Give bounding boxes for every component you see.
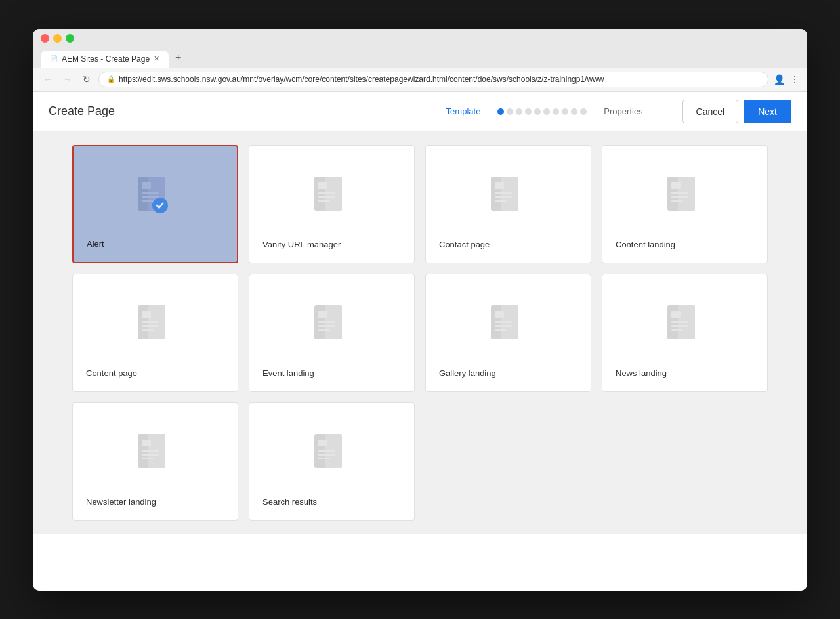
gallery-landing-template-icon — [486, 301, 532, 347]
template-label-search-results: Search results — [262, 497, 317, 507]
close-button[interactable] — [41, 34, 49, 43]
svg-rect-36 — [318, 329, 330, 331]
page-header: Create Page Template Properties — [33, 92, 807, 132]
svg-rect-11 — [318, 196, 335, 198]
template-label-contact: Contact page — [439, 240, 490, 249]
templates-grid: Alert Vanity URL manager — [33, 132, 807, 534]
step-dot-6 — [543, 108, 550, 115]
svg-rect-16 — [495, 192, 512, 194]
step-dot-5 — [534, 108, 541, 115]
contact-template-icon — [486, 173, 532, 219]
template-card-content-landing[interactable]: Content landing — [602, 145, 768, 263]
svg-rect-40 — [495, 321, 512, 323]
maximize-button[interactable] — [66, 34, 74, 43]
svg-rect-51 — [142, 440, 151, 446]
svg-rect-28 — [142, 321, 159, 323]
template-icon-area-content-landing — [616, 159, 754, 240]
step-dot-2 — [507, 108, 513, 115]
browser-window: 📄 AEM Sites - Create Page ✕ + ← → ↻ 🔒 ht… — [33, 29, 807, 591]
svg-rect-15 — [495, 182, 504, 189]
header-actions: Cancel Next — [682, 100, 791, 123]
tab-title: AEM Sites - Create Page — [62, 54, 150, 64]
svg-rect-2 — [142, 182, 151, 189]
svg-rect-30 — [142, 329, 154, 331]
tab-page-icon: 📄 — [50, 55, 58, 62]
svg-rect-10 — [318, 192, 335, 194]
back-button[interactable]: ← — [41, 73, 55, 86]
minimize-button[interactable] — [53, 34, 62, 43]
template-icon-area-vanity — [262, 159, 401, 240]
next-button[interactable]: Next — [744, 100, 791, 123]
svg-rect-58 — [318, 450, 335, 452]
svg-rect-46 — [671, 321, 688, 323]
template-icon-area-contact — [439, 159, 578, 240]
search-results-template-icon — [309, 430, 355, 476]
template-icon-area-content-page — [86, 288, 224, 368]
template-card-contact-page[interactable]: Contact page — [425, 145, 591, 263]
template-label-content-page: Content page — [86, 368, 137, 378]
profile-icon[interactable]: 👤 — [774, 74, 785, 85]
tab-close-icon[interactable]: ✕ — [154, 54, 159, 63]
svg-rect-35 — [318, 325, 335, 327]
vanity-template-icon — [309, 173, 355, 219]
svg-rect-24 — [671, 200, 683, 202]
address-bar-row: ← → ↻ 🔒 https://edit.sws.schools.nsw.gov… — [33, 68, 807, 92]
new-tab-button[interactable]: + — [169, 48, 188, 68]
step2-label: Properties — [604, 106, 642, 116]
template-label-gallery-landing: Gallery landing — [439, 368, 496, 378]
step-dot-9 — [571, 108, 578, 115]
svg-rect-12 — [318, 200, 330, 202]
cancel-button[interactable]: Cancel — [682, 100, 739, 123]
svg-rect-45 — [671, 311, 681, 318]
svg-rect-29 — [142, 325, 159, 327]
news-landing-template-icon — [662, 301, 708, 347]
alert-template-icon — [133, 173, 178, 219]
browser-chrome: 📄 AEM Sites - Create Page ✕ + — [33, 29, 807, 68]
event-landing-template-icon — [309, 301, 355, 347]
reload-button[interactable]: ↻ — [80, 73, 93, 86]
template-icon-area-newsletter-landing — [86, 416, 224, 497]
template-icon-area-news-landing — [616, 288, 754, 368]
svg-rect-52 — [142, 450, 159, 452]
svg-rect-33 — [318, 311, 327, 318]
traffic-lights — [41, 34, 799, 43]
template-card-news-landing[interactable]: News landing — [602, 274, 768, 392]
svg-rect-27 — [142, 311, 151, 318]
template-label-content-landing: Content landing — [616, 240, 675, 249]
step-dot-7 — [553, 108, 559, 115]
svg-rect-23 — [671, 196, 688, 198]
template-card-alert[interactable]: Alert — [72, 145, 238, 263]
forward-button[interactable]: → — [60, 73, 75, 86]
svg-rect-42 — [495, 329, 507, 331]
template-card-gallery-landing[interactable]: Gallery landing — [425, 274, 591, 392]
template-card-vanity-url-manager[interactable]: Vanity URL manager — [249, 145, 415, 263]
menu-icon[interactable]: ⋮ — [790, 74, 799, 85]
newsletter-landing-template-icon — [133, 430, 178, 476]
template-label-event-landing: Event landing — [262, 368, 314, 378]
template-card-search-results[interactable]: Search results — [249, 402, 415, 521]
template-card-newsletter-landing[interactable]: Newsletter landing — [72, 402, 238, 521]
template-icon-area-alert — [87, 160, 224, 239]
svg-rect-60 — [318, 458, 330, 459]
svg-rect-39 — [495, 311, 504, 318]
template-icon-area-gallery-landing — [439, 288, 578, 368]
address-bar[interactable]: 🔒 https://edit.sws.schools.nsw.gov.au/mn… — [98, 72, 768, 87]
template-label-news-landing: News landing — [616, 368, 667, 378]
page-content: Create Page Template Properties — [33, 92, 807, 591]
step-dot-1 — [497, 108, 504, 115]
svg-rect-53 — [142, 454, 159, 456]
svg-rect-22 — [671, 192, 688, 194]
svg-rect-47 — [671, 325, 688, 327]
svg-rect-5 — [142, 200, 154, 202]
svg-rect-4 — [142, 196, 159, 198]
template-card-content-page[interactable]: Content page — [72, 274, 238, 392]
content-landing-template-icon — [662, 173, 708, 219]
active-tab[interactable]: 📄 AEM Sites - Create Page ✕ — [41, 51, 169, 68]
svg-rect-59 — [318, 454, 335, 456]
template-icon-area-event-landing — [262, 288, 401, 368]
step-dot-10 — [580, 108, 587, 115]
template-label-vanity: Vanity URL manager — [262, 240, 341, 249]
tab-bar: 📄 AEM Sites - Create Page ✕ + — [41, 48, 799, 68]
template-card-event-landing[interactable]: Event landing — [249, 274, 415, 392]
svg-rect-41 — [495, 325, 512, 327]
